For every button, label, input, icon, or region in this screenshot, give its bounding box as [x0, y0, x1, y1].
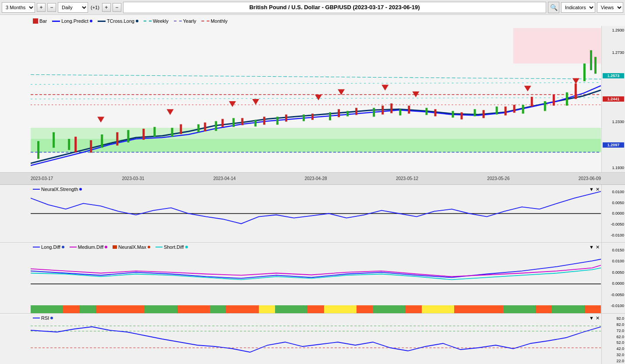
svg-rect-41: [390, 103, 392, 113]
svg-rect-3: [101, 134, 103, 148]
diff-chart-body[interactable]: [31, 243, 601, 305]
svg-rect-36: [285, 114, 287, 121]
r-level-5: 52.0: [603, 340, 624, 345]
longdiff-dot: [62, 246, 64, 248]
diff-close-btn[interactable]: ✕: [596, 244, 600, 250]
block-10: [275, 305, 307, 313]
block-5: [145, 305, 177, 313]
d-level-5: -0.0050: [603, 293, 624, 297]
svg-rect-21: [522, 105, 524, 113]
svg-rect-9: [233, 118, 235, 127]
svg-rect-46: [505, 106, 507, 115]
neural-strength-title: NeuralX.Strength: [33, 187, 82, 192]
date-6: 2023-05-26: [487, 176, 509, 181]
n-level-2: 0.0050: [603, 201, 624, 205]
n-level-1: 0.0100: [603, 190, 624, 194]
search-btn[interactable]: 🔍: [548, 2, 559, 13]
r-level-3: 72.0: [603, 329, 624, 333]
legend-yearly: Yearly: [174, 18, 196, 24]
svg-rect-19: [474, 109, 476, 116]
tcrosslong-icon: [98, 21, 106, 22]
svg-rect-30: [142, 129, 145, 140]
legend-tcrosslong: TCross.Long: [98, 18, 138, 24]
svg-rect-16: [399, 109, 401, 115]
block-6: [177, 305, 210, 313]
neural-chart-body[interactable]: [31, 185, 601, 242]
views-select[interactable]: Views: [597, 2, 623, 13]
shortdiff-dot: [185, 246, 188, 248]
rsi-header: RSI: [33, 315, 53, 321]
legend-monthly-label: Monthly: [211, 18, 228, 24]
sub-period-btn[interactable]: −: [47, 3, 56, 12]
svg-rect-17: [425, 108, 427, 115]
sub-count-btn[interactable]: −: [113, 3, 121, 12]
svg-rect-20: [496, 106, 498, 114]
pink-band: [513, 28, 601, 64]
rsi-dot: [50, 317, 53, 319]
rsi-close-btn[interactable]: ✕: [596, 315, 600, 321]
rsi-svg: [31, 314, 601, 364]
block-12: [324, 305, 357, 313]
timeframe-select[interactable]: 3 Months 1 Week 1 Month 6 Months: [2, 2, 35, 13]
left-price-axis: [0, 15, 30, 172]
diff-price-axis: 0.0150 0.0100 0.0050 0.0000 -0.0050 -0.0…: [601, 243, 625, 313]
svg-marker-59: [524, 86, 531, 92]
svg-rect-34: [241, 118, 244, 125]
price-4: 1.1930: [603, 166, 624, 170]
block-9: [259, 305, 275, 313]
monthly-icon: [201, 21, 209, 21]
svg-rect-11: [276, 117, 279, 124]
longpredict-icon: [52, 21, 60, 22]
svg-rect-47: [513, 105, 516, 113]
neural-line-icon: [33, 189, 40, 190]
add-period-btn[interactable]: +: [37, 3, 46, 12]
legend-bar: Bar: [33, 18, 47, 24]
indicators-select[interactable]: Indicators: [561, 2, 595, 13]
svg-rect-26: [594, 57, 597, 74]
block-11: [307, 305, 324, 313]
neuralmax-legend: NeuralX.Max: [113, 244, 150, 250]
svg-rect-22: [544, 101, 546, 111]
longpredict-dot: [90, 20, 92, 22]
svg-rect-40: [381, 106, 384, 114]
diff-collapse-btn[interactable]: ▼: [589, 244, 594, 250]
weekly-icon: [144, 21, 152, 21]
svg-rect-43: [434, 109, 436, 116]
date-labels: 2023-03-17 2023-03-31 2023-04-14 2023-04…: [31, 176, 601, 181]
diff-header: Long.Diff Medium.Diff NeuralX.Max Short.…: [33, 244, 188, 250]
chart-title: British Pound / U.S. Dollar - GBP/USD (2…: [123, 2, 546, 13]
chart-body[interactable]: [31, 26, 601, 172]
mediumdiff-legend: Medium.Diff: [70, 244, 107, 250]
neural-svg: [31, 185, 601, 242]
svg-rect-18: [452, 111, 454, 117]
block-2: [63, 305, 79, 313]
d-level-1: 0.0150: [603, 248, 624, 252]
interval-select[interactable]: Daily Weekly Monthly: [58, 2, 88, 13]
price-1: 1.2930: [603, 28, 624, 32]
rsi-chart-body[interactable]: [31, 314, 601, 364]
right-price-axis: 1.2930 1.2730 1.2573 1.2441 1.2330 1.209…: [601, 26, 625, 172]
neural-controls: ▼ ✕: [589, 187, 600, 192]
legend-longpredict-label: Long.Predict: [61, 18, 88, 24]
svg-rect-38: [338, 109, 340, 117]
neuralmax-dot: [148, 246, 150, 248]
rsi-collapse-btn[interactable]: ▼: [589, 315, 594, 321]
block-8: [226, 305, 258, 313]
svg-rect-29: [116, 132, 118, 145]
svg-rect-44: [461, 112, 463, 119]
date-axis: 2023-03-17 2023-03-31 2023-04-14 2023-04…: [0, 173, 625, 185]
green-band-inner: [31, 139, 601, 152]
date-2: 2023-03-31: [122, 176, 144, 181]
svg-rect-25: [590, 50, 592, 71]
svg-rect-13: [329, 112, 331, 120]
n-level-5: -0.0100: [603, 233, 624, 237]
block-3: [80, 305, 96, 313]
rsi-title: RSI: [33, 315, 53, 321]
neural-close-btn[interactable]: ✕: [596, 187, 600, 192]
d-level-2: 0.0100: [603, 259, 624, 263]
neural-collapse-btn[interactable]: ▼: [589, 187, 594, 192]
svg-rect-28: [90, 140, 92, 152]
svg-rect-39: [355, 108, 357, 115]
add-count-btn[interactable]: +: [102, 3, 111, 12]
mediumdiff-icon: [70, 247, 77, 247]
